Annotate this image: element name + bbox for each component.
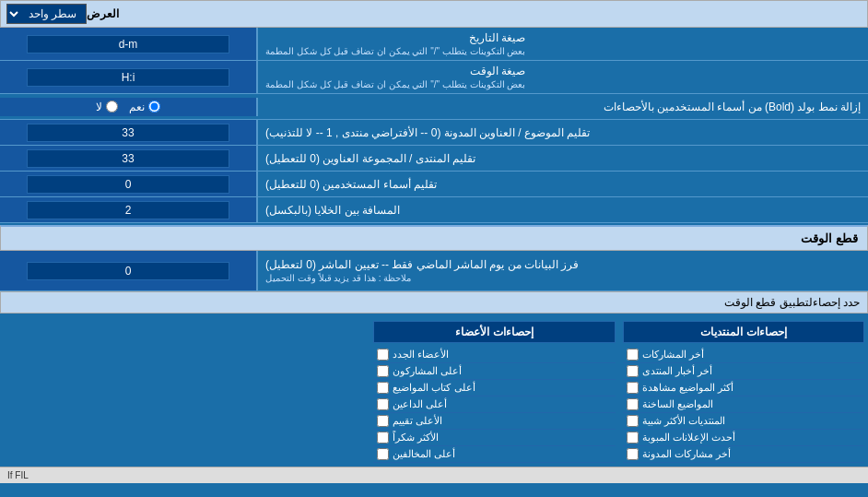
bottom-bar-text: If FIL [7, 470, 29, 480]
setting-row-forum-order: تقليم المنتدى / المجموعة العناوين (0 للت… [0, 146, 868, 172]
list-item: أعلى الداعين [373, 396, 615, 413]
checkbox-similar-forums[interactable] [627, 415, 639, 427]
checkbox-col-members: إحصاءات الأعضاء الأعضاء الجدد أعلى المشا… [369, 317, 618, 467]
setting-value-user-order [0, 172, 258, 196]
checkbox-top-inviters[interactable] [377, 398, 389, 410]
list-item: المواضيع الساخنة [623, 396, 864, 413]
list-item: الأعضاء الجدد [373, 347, 615, 363]
checkbox-last-blog-posts[interactable] [627, 448, 639, 460]
setting-row-user-order: تقليم أسماء المستخدمين (0 للتعطيل) [0, 172, 868, 197]
radio-yes-text: نعم [129, 101, 145, 113]
checkbox-item-label: أخر أخبار المنتدى [642, 365, 712, 377]
setting-row-time: صيغة الوقت بعض التكوينات يتطلب "/" التي … [0, 61, 868, 94]
checkbox-most-thanked[interactable] [377, 432, 389, 444]
list-item: الأكثر شكراً [373, 430, 615, 446]
forum-order-input[interactable] [27, 149, 229, 168]
radio-yes[interactable] [148, 101, 160, 112]
checkbox-item-label: الأعلى تقييم [393, 415, 442, 427]
checkbox-item-label: أعلى كتاب المواضيع [393, 382, 475, 394]
setting-label-date: صيغة التاريخ بعض التكوينات يتطلب "/" الت… [258, 28, 868, 60]
checkbox-item-label: أكثر المواضيع مشاهدة [642, 382, 733, 394]
header-row: العرض سطر واحدسطرينثلاثة أسطر [0, 0, 868, 28]
setting-value-date [0, 28, 258, 60]
list-item: أعلى المخالفين [373, 446, 615, 463]
radio-no-text: لا [96, 101, 102, 113]
radio-no-label[interactable]: لا [96, 101, 118, 113]
setting-label-forum-order: تقليم المنتدى / المجموعة العناوين (0 للت… [258, 146, 868, 171]
setting-row-cell-spacing: المسافة بين الخلايا (بالبكسل) [0, 197, 868, 223]
checkbox-top-posters[interactable] [377, 365, 389, 377]
checkbox-hot-topics[interactable] [627, 398, 639, 410]
checkbox-col-forums: إحصاءات المنتديات أخر المشاركات أخر أخبا… [619, 317, 868, 467]
setting-label-bold: إزالة نمط بولد (Bold) من أسماء المستخدمي… [258, 97, 868, 117]
checkbox-top-rated[interactable] [377, 415, 389, 427]
setting-value-topic-order [0, 120, 258, 145]
list-item: أعلى المشاركون [373, 363, 615, 380]
checkbox-item-label: أعلى المشاركون [393, 365, 462, 377]
list-item: أخر المشاركات [623, 347, 864, 363]
cell-spacing-input[interactable] [27, 201, 229, 219]
checkbox-latest-classifieds[interactable] [627, 432, 639, 444]
header-label: العرض [87, 7, 119, 20]
checkbox-item-label: المواضيع الساخنة [642, 398, 713, 410]
list-item: المنتديات الأكثر شبية [623, 413, 864, 430]
display-mode-select[interactable]: سطر واحدسطرينثلاثة أسطر [6, 4, 87, 24]
user-order-input[interactable] [27, 175, 229, 194]
setting-label-cell-spacing: المسافة بين الخلايا (بالبكسل) [258, 197, 868, 222]
checkbox-item-label: الأعضاء الجدد [393, 349, 449, 361]
list-item: أخر أخبار المنتدى [623, 363, 864, 380]
checkbox-item-label: الأكثر شكراً [393, 432, 439, 444]
setting-row-cutoff: فرز البيانات من يوم الماشر الماضي فقط --… [0, 251, 868, 291]
cutoff-days-input[interactable] [27, 262, 229, 280]
checkbox-col-forums-header: إحصاءات المنتديات [623, 321, 864, 343]
checkbox-item-label: أعلى الداعين [393, 398, 447, 410]
list-item: الأعلى تقييم [373, 413, 615, 430]
setting-value-cell-spacing [0, 197, 258, 222]
list-item: أكثر المواضيع مشاهدة [623, 380, 864, 396]
checkboxes-grid: إحصاءات المنتديات أخر المشاركات أخر أخبا… [0, 317, 868, 467]
checkbox-col-empty [0, 317, 369, 467]
setting-value-cutoff [0, 251, 258, 290]
bottom-bar: If FIL [0, 467, 868, 483]
checkbox-last-posts[interactable] [627, 349, 639, 361]
setting-value-time [0, 61, 258, 93]
topic-order-input[interactable] [27, 124, 229, 142]
list-item: أعلى كتاب المواضيع [373, 380, 615, 396]
setting-row-date: صيغة التاريخ بعض التكوينات يتطلب "/" الت… [0, 28, 868, 61]
time-format-input[interactable] [27, 68, 229, 87]
checkbox-col-members-header: إحصاءات الأعضاء [373, 321, 615, 343]
checkbox-item-label: أعلى المخالفين [393, 448, 455, 460]
radio-yes-label[interactable]: نعم [129, 101, 160, 113]
checkbox-new-members[interactable] [377, 349, 389, 361]
list-item: أحدث الإعلانات المبوبة [623, 430, 864, 446]
setting-label-user-order: تقليم أسماء المستخدمين (0 للتعطيل) [258, 172, 868, 196]
setting-value-forum-order [0, 146, 258, 171]
checkbox-item-label: أحدث الإعلانات المبوبة [642, 432, 735, 444]
checkbox-item-label: أخر المشاركات [642, 349, 704, 361]
checkboxes-header-text: حدد إحصاءلتطبيق قطع الوقت [8, 296, 860, 309]
date-format-input[interactable] [27, 35, 229, 53]
setting-row-bold: إزالة نمط بولد (Bold) من أسماء المستخدمي… [0, 94, 868, 120]
checkbox-most-viewed[interactable] [627, 382, 639, 394]
checkbox-last-news[interactable] [627, 365, 639, 377]
setting-label-cutoff: فرز البيانات من يوم الماشر الماضي فقط --… [258, 251, 868, 290]
setting-label-time: صيغة الوقت بعض التكوينات يتطلب "/" التي … [258, 61, 868, 93]
checkbox-top-violators[interactable] [377, 448, 389, 460]
radio-no[interactable] [106, 101, 118, 112]
list-item: أخر مشاركات المدونة [623, 446, 864, 463]
checkbox-item-label: أخر مشاركات المدونة [642, 448, 731, 460]
setting-row-topic-order: تقليم الموضوع / العناوين المدونة (0 -- ا… [0, 120, 868, 146]
main-container: العرض سطر واحدسطرينثلاثة أسطر صيغة التار… [0, 0, 868, 483]
radio-options-bold: نعم لا [0, 98, 258, 116]
checkbox-top-topic-writers[interactable] [377, 382, 389, 394]
section-cutoff-header: قطع الوقت [0, 225, 868, 251]
setting-label-topic-order: تقليم الموضوع / العناوين المدونة (0 -- ا… [258, 120, 868, 145]
checkboxes-header: حدد إحصاءلتطبيق قطع الوقت [0, 291, 868, 314]
checkbox-item-label: المنتديات الأكثر شبية [642, 415, 725, 427]
